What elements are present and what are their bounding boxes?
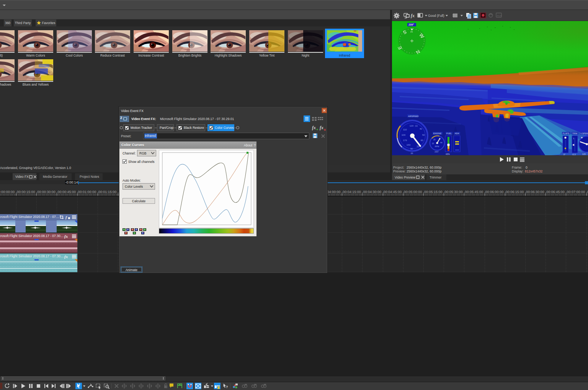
svg-text:+: + — [316, 128, 318, 131]
svg-text:fx: fx — [312, 125, 316, 130]
svg-text:x: x — [324, 128, 326, 131]
svg-text:110: 110 — [403, 128, 407, 131]
svg-text:20: 20 — [433, 138, 436, 141]
svg-text:(1): (1) — [415, 125, 418, 127]
svg-text:ENGINE: ENGINE — [433, 132, 441, 135]
svg-text:RPM: RPM — [435, 145, 439, 148]
svg-text:FUEL: FUEL — [446, 132, 452, 135]
svg-text:60: 60 — [421, 139, 423, 141]
svg-text:fx: fx — [64, 234, 68, 239]
svg-text:?: ? — [226, 385, 228, 389]
svg-text:44: 44 — [440, 141, 443, 144]
svg-text:40: 40 — [420, 128, 422, 130]
svg-text:fx: fx — [64, 254, 68, 259]
svg-text:209°: 209° — [408, 23, 414, 26]
svg-text:RGB: RGB — [497, 15, 502, 17]
svg-text:150: 150 — [407, 144, 411, 146]
svg-text:170: 170 — [403, 139, 407, 141]
svg-text:88: 88 — [411, 152, 413, 154]
svg-text:90: 90 — [410, 148, 413, 150]
svg-text:3487: 3487 — [434, 151, 439, 153]
svg-text:FLAPS: FLAPS — [563, 132, 570, 135]
svg-text:120: 120 — [410, 125, 414, 127]
svg-text:fx: fx — [411, 13, 415, 18]
svg-text:V.SPEED: V.SPEED — [580, 132, 588, 135]
svg-text:AIRSPEED: AIRSPEED — [408, 115, 419, 117]
svg-text:50: 50 — [422, 134, 425, 136]
svg-text:fx: fx — [320, 125, 323, 130]
svg-text:ADA: ADA — [455, 132, 459, 135]
svg-text:10: 10 — [432, 142, 434, 145]
svg-text:100: 100 — [402, 134, 406, 136]
svg-text:TRIM: TRIM — [572, 132, 578, 135]
svg-text:21: 21 — [410, 31, 413, 33]
svg-text:70: 70 — [416, 145, 419, 148]
svg-text:f: f — [65, 215, 67, 219]
